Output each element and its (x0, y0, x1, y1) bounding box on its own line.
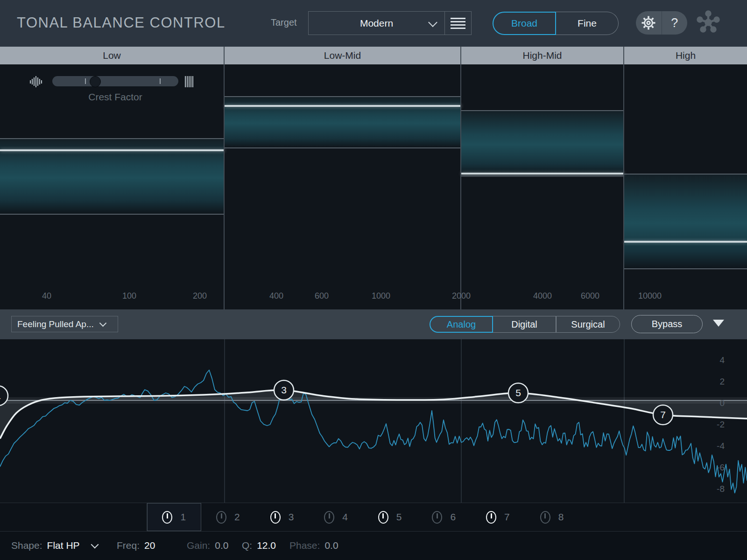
freq-tick-1000: 1000 (372, 291, 390, 301)
crest-factor-knob[interactable] (90, 76, 101, 87)
band-tab-3[interactable]: 3 (255, 503, 309, 531)
band-number: 2 (234, 511, 240, 523)
broad-button[interactable]: Broad (493, 12, 556, 35)
band-tab-8[interactable]: 8 (525, 503, 579, 531)
eq-node-label: 5 (515, 387, 521, 398)
eq-preset-value: Feeling Pulled Ap... (17, 319, 94, 329)
q-control[interactable]: Q: 12.0 (242, 540, 276, 551)
eq-band-selector: 12345678 (0, 503, 747, 532)
db-axis-label: -6 (717, 462, 725, 472)
app-title: TONAL BALANCE CONTROL (17, 14, 226, 31)
q-label: Q: (242, 540, 252, 551)
chevron-down-icon (91, 541, 99, 549)
band-number: 3 (289, 511, 294, 523)
freq-label: Freq: (117, 540, 140, 551)
band-header-low-mid: Low-Mid (225, 47, 461, 64)
band-tab-5[interactable]: 5 (363, 503, 417, 531)
settings-button[interactable] (636, 11, 662, 35)
chevron-down-icon (428, 18, 437, 27)
target-label: Target (271, 17, 297, 28)
preset-menu-button[interactable] (445, 12, 471, 35)
slider-tick (160, 78, 161, 84)
freq-tick-600: 600 (315, 291, 329, 301)
shape-value: Flat HP (47, 540, 80, 551)
target-preset-dropdown[interactable]: Modern (308, 11, 472, 35)
freq-value: 20 (144, 540, 155, 551)
phase-control[interactable]: Phase: 0.0 (289, 540, 338, 551)
mode-analog-button[interactable]: Analog (430, 316, 493, 333)
eq-preset-dropdown[interactable]: Feeling Pulled Ap... (11, 316, 118, 332)
freq-tick-200: 200 (193, 291, 207, 301)
spectrum-level-high-mid (461, 173, 624, 175)
band-header-low: Low (0, 47, 225, 64)
freq-tick-40: 40 (42, 291, 51, 301)
hamburger-icon (451, 18, 465, 19)
shape-label: Shape: (11, 540, 42, 551)
band-tab-2[interactable]: 2 (201, 503, 255, 531)
waveform-icon (30, 76, 42, 88)
crest-factor-label: Crest Factor (52, 91, 178, 103)
shape-control[interactable]: Shape: Flat HP (11, 540, 98, 551)
eq-node-label: 3 (281, 385, 287, 395)
band-separator (623, 64, 624, 309)
band-header-strip: LowLow-MidHigh-MidHigh (0, 47, 747, 64)
band-tab-6[interactable]: 6 (417, 503, 471, 531)
power-icon[interactable] (162, 511, 172, 524)
freq-tick-6000: 6000 (581, 291, 599, 301)
top-bar: TONAL BALANCE CONTROL Target Modern Broa… (0, 0, 747, 47)
db-axis-label: 4 (719, 355, 725, 365)
q-value: 12.0 (257, 540, 276, 551)
freq-tick-4000: 4000 (533, 291, 552, 301)
izotope-logo-icon (695, 9, 722, 37)
power-icon[interactable] (378, 511, 388, 524)
db-axis-label: -2 (717, 420, 725, 429)
eq-node-label: 1 (0, 390, 1, 401)
power-icon[interactable] (216, 511, 226, 524)
freq-tick-400: 400 (269, 291, 283, 301)
view-toggle: Broad Fine (493, 12, 619, 35)
target-preset-value: Modern (360, 18, 393, 29)
phase-label: Phase: (289, 540, 320, 551)
settings-group: ? (636, 11, 687, 35)
band-parameter-bar: Shape: Flat HP Freq: 20 Gain: 0.0 Q: 12.… (0, 532, 747, 560)
freq-control[interactable]: Freq: 20 (117, 540, 155, 551)
db-axis-label: -8 (717, 484, 725, 494)
db-axis-label: 0 (719, 398, 725, 408)
help-button[interactable]: ? (662, 11, 688, 35)
collapse-panel-icon[interactable] (713, 320, 724, 327)
fine-button[interactable]: Fine (556, 12, 619, 35)
power-icon[interactable] (324, 511, 334, 524)
band-tab-4[interactable]: 4 (309, 503, 363, 531)
target-preset-current[interactable]: Modern (309, 12, 444, 35)
mode-digital-button[interactable]: Digital (493, 316, 556, 333)
power-icon[interactable] (432, 511, 442, 524)
power-icon[interactable] (540, 511, 550, 524)
band-tab-7[interactable]: 7 (471, 503, 525, 531)
band-number: 6 (450, 511, 456, 523)
db-axis-label: 2 (719, 377, 725, 386)
power-icon[interactable] (486, 511, 496, 524)
mode-surgical-button[interactable]: Surgical (556, 316, 620, 333)
band-tab-1[interactable]: 1 (147, 503, 201, 531)
band-selector-spacer (0, 503, 147, 531)
band-number: 7 (504, 511, 510, 523)
eq-node-label: 7 (660, 409, 666, 420)
freq-tick-100: 100 (122, 291, 136, 301)
band-number: 8 (558, 511, 564, 523)
slider-tick (85, 78, 86, 84)
bypass-button[interactable]: Bypass (631, 315, 703, 333)
gain-value: 0.0 (215, 540, 228, 551)
power-icon[interactable] (270, 511, 281, 524)
band-number: 1 (180, 511, 186, 523)
gear-icon (641, 15, 656, 31)
eq-toolbar: Feeling Pulled Ap... Analog Digital Surg… (0, 309, 747, 339)
band-number: 5 (396, 511, 402, 523)
band-number: 4 (342, 511, 348, 523)
chevron-down-icon (99, 320, 106, 327)
eq-mode-toggle: Analog Digital Surgical (430, 316, 620, 333)
tonal-balance-control-window: TONAL BALANCE CONTROL Target Modern Broa… (0, 0, 747, 560)
gain-control[interactable]: Gain: 0.0 (187, 540, 228, 551)
gain-label: Gain: (187, 540, 210, 551)
band-header-high-mid: High-Mid (461, 47, 624, 64)
eq-graph[interactable]: 420-2-4-6-81357 (0, 339, 747, 503)
